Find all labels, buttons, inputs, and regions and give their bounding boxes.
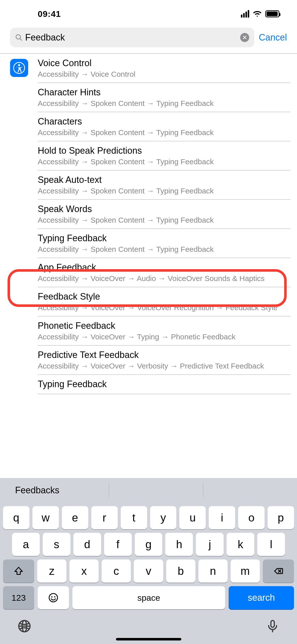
result-path: Accessibility → VoiceOver → Typing → Pho…	[38, 332, 285, 342]
result-path: Accessibility → Spoken Content → Typing …	[38, 186, 285, 196]
key-p[interactable]: p	[268, 506, 294, 529]
battery-icon	[265, 10, 279, 17]
key-f[interactable]: f	[104, 533, 132, 556]
result-title: Characters	[38, 116, 285, 127]
svg-point-5	[51, 596, 53, 597]
result-path: Accessibility → VoiceOver → Audio → Voic…	[38, 273, 285, 283]
key-v[interactable]: v	[134, 559, 163, 583]
home-indicator	[116, 638, 181, 640]
result-title: App Feedback	[38, 262, 285, 273]
key-k[interactable]: k	[227, 533, 254, 556]
svg-rect-10	[271, 621, 274, 627]
svg-point-3	[18, 64, 20, 66]
key-n[interactable]: n	[198, 559, 228, 583]
key-o[interactable]: o	[238, 506, 265, 529]
numbers-key[interactable]: 123	[3, 586, 34, 609]
search-input[interactable]	[25, 32, 240, 43]
key-c[interactable]: c	[102, 559, 131, 583]
key-s[interactable]: s	[43, 533, 70, 556]
globe-icon[interactable]	[18, 619, 31, 634]
search-result-item[interactable]: Typing Feedback	[38, 375, 290, 394]
search-field[interactable]	[10, 28, 254, 47]
wifi-icon	[253, 10, 262, 18]
backspace-key[interactable]	[263, 559, 294, 583]
key-y[interactable]: y	[150, 506, 177, 529]
search-key[interactable]: search	[229, 586, 294, 609]
accessibility-icon	[10, 59, 28, 77]
key-i[interactable]: i	[209, 506, 235, 529]
key-x[interactable]: x	[69, 559, 99, 583]
key-g[interactable]: g	[135, 533, 162, 556]
mic-icon[interactable]	[266, 619, 279, 634]
svg-line-1	[20, 38, 22, 40]
key-r[interactable]: r	[91, 506, 118, 529]
cancel-button[interactable]: Cancel	[259, 32, 287, 43]
shift-key[interactable]	[3, 559, 34, 583]
search-result-item[interactable]: Hold to Speak PredictionsAccessibility →…	[38, 141, 290, 171]
search-result-item[interactable]: Predictive Text FeedbackAccessibility → …	[38, 346, 290, 375]
search-result-item[interactable]: Speak Auto-textAccessibility → Spoken Co…	[38, 171, 290, 200]
clear-search-button[interactable]	[240, 33, 249, 42]
svg-point-6	[54, 596, 55, 597]
result-path: Accessibility → Spoken Content → Typing …	[38, 244, 285, 254]
status-bar: 09:41	[0, 0, 297, 28]
result-path: Accessibility → Voice Control	[38, 69, 285, 79]
key-w[interactable]: w	[32, 506, 59, 529]
search-result-item[interactable]: Voice ControlAccessibility → Voice Contr…	[38, 56, 290, 83]
result-title: Feedback Style	[38, 291, 285, 302]
result-title: Typing Feedback	[38, 378, 285, 390]
key-z[interactable]: z	[37, 559, 66, 583]
emoji-key[interactable]	[38, 586, 69, 609]
result-title: Phonetic Feedback	[38, 320, 285, 331]
space-key[interactable]: space	[72, 586, 225, 609]
result-title: Hold to Speak Predictions	[38, 145, 285, 156]
result-title: Predictive Text Feedback	[38, 349, 285, 360]
cellular-icon	[241, 10, 249, 18]
result-path: Accessibility → VoiceOver → VoiceOver Re…	[38, 303, 285, 312]
result-path: Accessibility → Spoken Content → Typing …	[38, 157, 285, 167]
search-result-item[interactable]: Feedback StyleAccessibility → VoiceOver …	[38, 287, 290, 316]
result-title: Speak Words	[38, 203, 285, 215]
key-l[interactable]: l	[257, 533, 285, 556]
search-result-item[interactable]: App FeedbackAccessibility → VoiceOver → …	[38, 258, 290, 287]
result-path: Accessibility → Spoken Content → Typing …	[38, 128, 285, 137]
status-indicators	[241, 10, 279, 18]
result-path: Accessibility → Spoken Content → Typing …	[38, 98, 285, 108]
suggestion-bar: Feedbacks	[0, 478, 297, 503]
result-title: Speak Auto-text	[38, 174, 285, 185]
keyboard: Feedbacks qwertyuiop asdfghjkl zxcvbnm 1…	[0, 478, 297, 644]
status-time: 09:41	[38, 9, 61, 19]
result-title: Typing Feedback	[38, 232, 285, 244]
key-j[interactable]: j	[196, 533, 224, 556]
key-e[interactable]: e	[62, 506, 88, 529]
key-u[interactable]: u	[179, 506, 206, 529]
key-d[interactable]: d	[73, 533, 101, 556]
result-path: Accessibility → Spoken Content → Typing …	[38, 215, 285, 225]
key-a[interactable]: a	[12, 533, 40, 556]
search-result-item[interactable]: Speak WordsAccessibility → Spoken Conten…	[38, 200, 290, 229]
key-b[interactable]: b	[166, 559, 195, 583]
search-result-item[interactable]: Phonetic FeedbackAccessibility → VoiceOv…	[38, 316, 290, 346]
search-result-item[interactable]: CharactersAccessibility → Spoken Content…	[38, 112, 290, 141]
key-q[interactable]: q	[3, 506, 29, 529]
svg-point-4	[49, 593, 57, 602]
search-header: Cancel	[0, 28, 297, 53]
keyboard-suggestion[interactable]: Feedbacks	[0, 485, 109, 496]
search-result-item[interactable]: Typing FeedbackAccessibility → Spoken Co…	[38, 229, 290, 258]
result-title: Character Hints	[38, 87, 285, 98]
key-m[interactable]: m	[231, 559, 260, 583]
key-h[interactable]: h	[165, 533, 193, 556]
search-icon	[15, 34, 23, 41]
key-t[interactable]: t	[121, 506, 147, 529]
result-path: Accessibility → VoiceOver → Verbosity → …	[38, 361, 285, 371]
result-title: Voice Control	[38, 57, 285, 69]
search-results: Voice ControlAccessibility → Voice Contr…	[0, 53, 297, 394]
search-result-item[interactable]: Character HintsAccessibility → Spoken Co…	[38, 83, 290, 112]
